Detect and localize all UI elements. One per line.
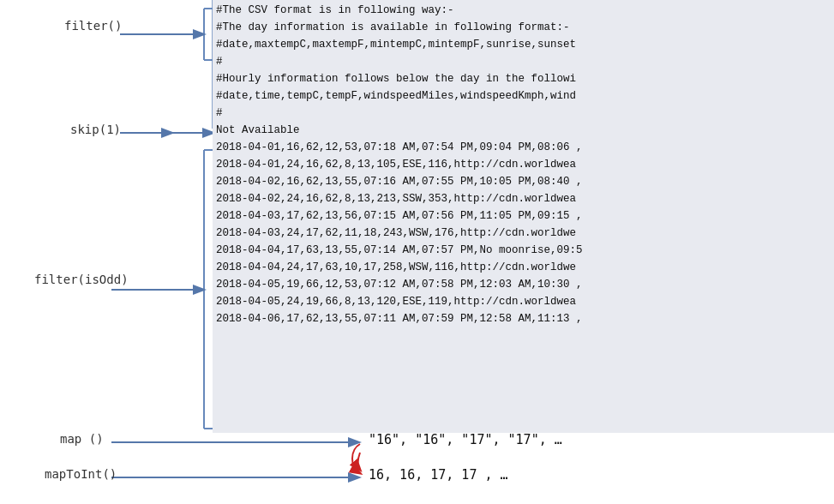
code-line-12: 2018-04-03,17,62,13,56,07:15 AM,07:56 PM… [216, 207, 831, 225]
code-line-18: 2018-04-06,17,62,13,55,07:11 AM,07:59 PM… [216, 310, 831, 327]
map-label: map () [60, 432, 104, 446]
code-line-4: #Hourly information follows below the da… [216, 70, 831, 87]
code-area: #The CSV format is in following way:- #T… [213, 0, 834, 433]
code-line-17: 2018-04-05,24,19,66,8,13,120,ESE,119,htt… [216, 293, 831, 310]
map-to-int-label: mapToInt() [45, 467, 117, 481]
code-line-15: 2018-04-04,24,17,63,10,17,258,WSW,116,ht… [216, 259, 831, 276]
code-line-5: #date,time,tempC,tempF,windspeedMiles,wi… [216, 87, 831, 105]
code-line-8: 2018-04-01,16,62,12,53,07:18 AM,07:54 PM… [216, 139, 831, 156]
code-line-13: 2018-04-03,24,17,62,11,18,243,WSW,176,ht… [216, 225, 831, 242]
code-line-14: 2018-04-04,17,63,13,55,07:14 AM,07:57 PM… [216, 242, 831, 259]
code-line-6: # [216, 105, 831, 122]
code-line-11: 2018-04-02,24,16,62,8,13,213,SSW,353,htt… [216, 190, 831, 207]
code-line-0: #The CSV format is in following way:- [216, 2, 831, 19]
code-line-3: # [216, 53, 831, 70]
filter-isodd-label: filter(isOdd) [34, 273, 129, 286]
code-line-9: 2018-04-01,24,16,62,8,13,105,ESE,116,htt… [216, 156, 831, 173]
map-output: "16", "16", "17", "17", … [369, 432, 562, 447]
code-line-2: #date,maxtempC,maxtempF,mintempC,mintemp… [216, 36, 831, 53]
filter-label: filter() [64, 19, 122, 33]
code-line-10: 2018-04-02,16,62,13,55,07:16 AM,07:55 PM… [216, 173, 831, 190]
skip-label: skip(1) [70, 123, 121, 136]
code-line-1: #The day information is available in fol… [216, 19, 831, 36]
code-line-7: Not Available [216, 122, 831, 139]
code-line-16: 2018-04-05,19,66,12,53,07:12 AM,07:58 PM… [216, 276, 831, 293]
